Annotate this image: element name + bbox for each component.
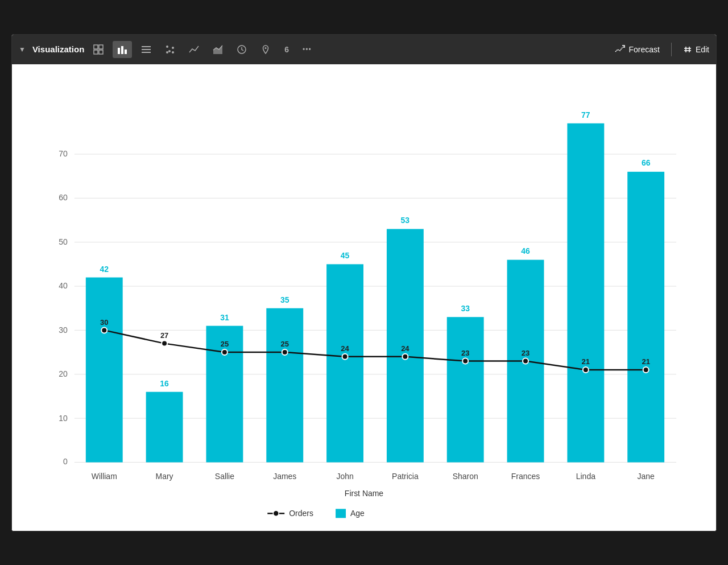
y-label-60: 60 bbox=[59, 193, 68, 202]
area-icon bbox=[213, 44, 223, 55]
orders-label-john: 24 bbox=[341, 344, 349, 352]
svg-point-17 bbox=[265, 47, 267, 49]
svg-point-10 bbox=[166, 46, 168, 48]
more-dots-label: ••• bbox=[303, 46, 312, 53]
area-view-button[interactable] bbox=[208, 41, 228, 58]
svg-rect-0 bbox=[94, 45, 98, 49]
bar-mary[interactable] bbox=[146, 391, 183, 462]
x-label-john: John bbox=[336, 472, 353, 481]
bar-james[interactable] bbox=[266, 308, 303, 462]
orders-label-james: 25 bbox=[281, 339, 289, 348]
number-view-button[interactable]: 6 bbox=[280, 42, 293, 57]
orders-label-mary: 27 bbox=[160, 331, 168, 339]
x-label-sharon: Sharon bbox=[453, 472, 478, 481]
bar-chart-view-button[interactable] bbox=[113, 41, 132, 58]
toolbar-left: ▼ Visualization bbox=[19, 41, 611, 58]
dot-sharon bbox=[462, 358, 468, 364]
dropdown-arrow-icon: ▼ bbox=[19, 46, 26, 53]
forecast-icon bbox=[615, 44, 625, 55]
orders-label-frances: 23 bbox=[522, 348, 530, 357]
dot-linda bbox=[583, 367, 589, 373]
dot-jane bbox=[643, 367, 649, 373]
svg-rect-9 bbox=[142, 52, 151, 53]
timeline-view-button[interactable] bbox=[232, 41, 251, 58]
svg-point-14 bbox=[166, 51, 168, 53]
svg-point-13 bbox=[172, 51, 174, 53]
age-label-james: 35 bbox=[280, 295, 289, 304]
svg-rect-1 bbox=[99, 45, 103, 49]
y-label-10: 10 bbox=[59, 413, 68, 422]
dot-patricia bbox=[402, 353, 408, 359]
table-view-button[interactable] bbox=[89, 41, 108, 58]
orders-label-linda: 21 bbox=[582, 357, 590, 365]
list-view-button[interactable] bbox=[136, 41, 156, 58]
svg-point-11 bbox=[172, 47, 174, 49]
age-label-sallie: 31 bbox=[220, 312, 229, 321]
chart-area: 0 10 20 30 40 50 60 70 42 16 31 bbox=[29, 76, 699, 519]
orders-label-sallie: 25 bbox=[221, 339, 229, 348]
legend-bar-age bbox=[336, 509, 346, 518]
svg-rect-5 bbox=[121, 46, 123, 54]
map-icon bbox=[260, 44, 271, 55]
visualization-title: Visualization bbox=[32, 44, 84, 54]
svg-rect-2 bbox=[94, 50, 98, 54]
more-options-button[interactable]: ••• bbox=[298, 42, 316, 57]
x-label-sallie: Sallie bbox=[215, 472, 234, 481]
line-view-button[interactable] bbox=[184, 41, 204, 58]
toolbar-divider bbox=[671, 43, 672, 56]
svg-rect-6 bbox=[125, 50, 127, 54]
dot-james bbox=[282, 349, 288, 355]
orders-label-sharon: 23 bbox=[461, 348, 469, 357]
legend-label-age: Age bbox=[350, 509, 365, 518]
y-label-50: 50 bbox=[59, 237, 68, 246]
age-label-patricia: 53 bbox=[401, 216, 410, 225]
x-label-linda: Linda bbox=[576, 472, 595, 481]
x-label-frances: Frances bbox=[511, 472, 540, 481]
x-label-patricia: Patricia bbox=[392, 472, 419, 481]
bar-linda[interactable] bbox=[567, 123, 604, 462]
dot-william bbox=[101, 327, 107, 333]
svg-point-12 bbox=[168, 50, 171, 52]
age-label-mary: 16 bbox=[160, 378, 169, 387]
scatter-view-button[interactable] bbox=[160, 41, 180, 58]
orders-line bbox=[104, 330, 646, 370]
dot-john bbox=[342, 353, 348, 359]
y-label-30: 30 bbox=[59, 325, 68, 334]
bar-sharon[interactable] bbox=[447, 317, 484, 462]
dot-sallie bbox=[222, 349, 228, 355]
chart-container: 0 10 20 30 40 50 60 70 42 16 31 bbox=[12, 64, 716, 531]
scatter-icon bbox=[165, 44, 175, 55]
dot-mary bbox=[162, 340, 167, 346]
table-icon bbox=[93, 44, 104, 55]
y-label-70: 70 bbox=[59, 149, 68, 158]
x-axis-title: First Name bbox=[345, 489, 384, 498]
age-label-jane: 66 bbox=[642, 158, 651, 167]
svg-rect-7 bbox=[142, 46, 151, 47]
bar-chart-icon bbox=[117, 44, 127, 55]
y-label-20: 20 bbox=[59, 369, 68, 378]
orders-label-william: 30 bbox=[100, 317, 108, 326]
six-label: 6 bbox=[284, 45, 289, 54]
y-label-0: 0 bbox=[63, 457, 68, 466]
visualization-window: ▼ Visualization bbox=[11, 34, 717, 531]
bar-jane[interactable] bbox=[627, 171, 664, 462]
edit-icon bbox=[683, 45, 692, 54]
edit-button[interactable]: Edit bbox=[683, 45, 709, 54]
bar-john[interactable] bbox=[326, 264, 363, 462]
clock-icon bbox=[237, 44, 247, 55]
age-label-linda: 77 bbox=[581, 110, 590, 119]
legend-dot-orders bbox=[273, 510, 279, 516]
map-view-button[interactable] bbox=[256, 41, 275, 58]
list-icon bbox=[141, 44, 151, 55]
line-icon bbox=[189, 44, 199, 55]
x-label-jane: Jane bbox=[638, 472, 655, 481]
bar-william[interactable] bbox=[86, 277, 123, 462]
forecast-button[interactable]: Forecast bbox=[615, 44, 659, 55]
x-label-mary: Mary bbox=[156, 472, 173, 481]
orders-label-patricia: 24 bbox=[401, 344, 410, 352]
toolbar: ▼ Visualization bbox=[12, 35, 716, 64]
forecast-label: Forecast bbox=[628, 45, 659, 54]
age-label-frances: 46 bbox=[521, 246, 530, 255]
age-label-john: 45 bbox=[341, 251, 350, 260]
svg-rect-8 bbox=[142, 49, 151, 50]
